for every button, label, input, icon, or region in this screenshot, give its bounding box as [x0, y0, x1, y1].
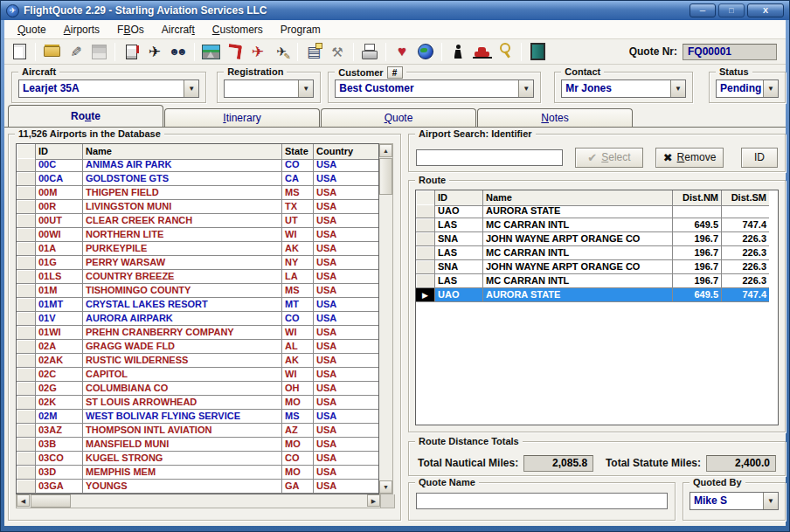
- menu-quote[interactable]: Quote: [10, 22, 54, 38]
- select-button[interactable]: ✔Select: [575, 148, 643, 168]
- scroll-down-icon[interactable]: ▼: [379, 480, 392, 494]
- airports-hscroll-thumb[interactable]: [31, 494, 71, 508]
- airport-row[interactable]: 03AZTHOMPSON INTL AVIATIONAZUSA: [17, 424, 378, 438]
- registration-combobox[interactable]: ▼: [224, 79, 314, 98]
- airport-row[interactable]: 02CCAPITOLWIUSA: [17, 368, 378, 382]
- id-button[interactable]: ID: [741, 148, 778, 168]
- tab-quote[interactable]: Quote: [321, 108, 476, 127]
- keys-button[interactable]: [494, 41, 516, 63]
- airports-scroll-thumb[interactable]: [379, 158, 392, 195]
- new-quote-button[interactable]: [8, 41, 31, 63]
- remove-button[interactable]: ✖Remove: [655, 148, 724, 168]
- airport-row[interactable]: 02AGRAGG WADE FLDALUSA: [17, 340, 378, 354]
- airport-row[interactable]: 01MTCRYSTAL LAKES RESORTMTUSA: [17, 298, 378, 312]
- route-row[interactable]: SNAJOHN WAYNE ARPT ORANGE CO196.7226.3: [416, 260, 778, 274]
- aircraft-red-button[interactable]: [246, 41, 269, 63]
- scroll-left-icon[interactable]: ◀: [17, 494, 30, 507]
- status-dropdown-icon[interactable]: ▼: [763, 80, 778, 97]
- airport-row[interactable]: 00UTCLEAR CREEK RANCHUTUSA: [17, 214, 378, 228]
- contact-dropdown-icon[interactable]: ▼: [670, 80, 685, 97]
- aircraft-service-button[interactable]: [143, 41, 166, 63]
- airports-vertical-scrollbar[interactable]: ▲ ▼: [379, 143, 393, 494]
- quote-form-button[interactable]: [302, 41, 325, 63]
- airport-row[interactable]: 01VAURORA AIRPARKCOUSA: [17, 312, 378, 326]
- route-row[interactable]: LASMC CARRAN INTL196.7226.3: [416, 274, 778, 288]
- customer-dropdown-icon[interactable]: ▼: [518, 80, 533, 97]
- route-row[interactable]: LASMC CARRAN INTL196.7226.3: [416, 246, 778, 260]
- registration-group: Registration ▼: [217, 72, 321, 103]
- aircraft-edit-button[interactable]: [270, 41, 293, 63]
- close-button[interactable]: X: [747, 3, 784, 17]
- airport-row[interactable]: 03DMEMPHIS MEMMOUSA: [17, 466, 378, 480]
- menu-aircraft[interactable]: Aircraft: [154, 22, 203, 38]
- airport-row[interactable]: 00RLIVINGSTON MUNITXUSA: [17, 200, 378, 214]
- menu-customers[interactable]: Customers: [204, 22, 271, 38]
- menu-program[interactable]: Program: [273, 22, 329, 38]
- settings-wrench-icon: [328, 42, 347, 61]
- maximize-button[interactable]: □: [718, 3, 745, 17]
- airport-row[interactable]: 01MTISHOMINGO COUNTYMSUSA: [17, 284, 378, 298]
- registration-dropdown-icon[interactable]: ▼: [298, 80, 313, 97]
- route-row[interactable]: SNAJOHN WAYNE ARPT ORANGE CO196.7226.3: [416, 232, 778, 246]
- scroll-up-icon[interactable]: ▲: [379, 144, 392, 157]
- save-quote-button[interactable]: [87, 41, 110, 63]
- rental-car-button[interactable]: [470, 41, 493, 63]
- airport-row[interactable]: 00CAGOLDSTONE GTSCAUSA: [17, 172, 378, 186]
- fuel-nozzle-button[interactable]: [223, 41, 246, 63]
- airport-row[interactable]: 00CANIMAS AIR PARKCOUSA: [17, 158, 378, 172]
- airport-row[interactable]: 03GAYOUNGSGAUSA: [17, 480, 378, 494]
- form-row: Aircraft Learjet 35A ▼ Registration ▼ Cu…: [4, 65, 786, 105]
- airport-row[interactable]: 02KST LOUIS ARROWHEADMOUSA: [17, 396, 378, 410]
- aircraft-combobox[interactable]: Learjet 35A ▼: [18, 79, 199, 98]
- scroll-right-icon[interactable]: ▶: [367, 494, 380, 507]
- airports-horizontal-scrollbar[interactable]: ◀ ▶: [16, 494, 395, 508]
- route-row[interactable]: LASMC CARRAN INTL649.5747.4: [416, 218, 778, 232]
- customer-combobox[interactable]: Best Customer ▼: [335, 79, 534, 98]
- erase-quote-button[interactable]: [64, 41, 87, 63]
- open-quote-button[interactable]: [40, 41, 63, 63]
- globe-button[interactable]: [414, 41, 437, 63]
- title-bar[interactable]: ✈ FlightQuote 2.29 - Starling Aviation S…: [1, 1, 789, 20]
- minimize-button[interactable]: ─: [690, 3, 716, 17]
- airport-search-input[interactable]: [416, 149, 563, 166]
- menu-fbos[interactable]: FBOs: [109, 22, 152, 38]
- tab-notes[interactable]: Notes: [477, 108, 633, 127]
- airport-row[interactable]: 01LSCOUNTRY BREEZELAUSA: [17, 270, 378, 284]
- airport-row[interactable]: 02GCOLUMBIANA COOHUSA: [17, 382, 378, 396]
- route-row[interactable]: ▶UAOAURORA STATE649.5747.4: [416, 288, 778, 302]
- quoted-by-dropdown-icon[interactable]: ▼: [763, 493, 778, 509]
- tab-route[interactable]: Route: [8, 105, 163, 127]
- airport-row[interactable]: 02AKRUSTIC WILDERNESSAKUSA: [17, 354, 378, 368]
- airport-search-group: Airport Search: Identifier ✔Select ✖Remo…: [408, 134, 786, 172]
- customer-number-button[interactable]: #: [387, 66, 403, 79]
- fbo-fuel-pump-button[interactable]: [120, 41, 142, 63]
- contact-combobox[interactable]: Mr Jones ▼: [561, 79, 686, 98]
- airport-row[interactable]: 00WINORTHERN LITEWIUSA: [17, 228, 378, 242]
- route-group-title: Route: [415, 175, 449, 186]
- quoted-by-group: Quoted By Mike S ▼: [683, 482, 786, 521]
- airport-row[interactable]: 00MTHIGPEN FIELDMSUSA: [17, 186, 378, 200]
- us-flag-button[interactable]: [391, 41, 413, 63]
- menu-airports[interactable]: Airports: [56, 22, 107, 38]
- airport-row[interactable]: 03BMANSFIELD MUNIMOUSA: [17, 438, 378, 452]
- tab-itinerary[interactable]: Itinerary: [164, 108, 320, 127]
- route-map-button[interactable]: [199, 41, 222, 63]
- quote-nr-field: FQ00001: [683, 44, 777, 60]
- airport-search-title: Airport Search: Identifier: [415, 128, 536, 140]
- airport-row[interactable]: 01GPERRY WARSAWNYUSA: [17, 256, 378, 270]
- pilot-button[interactable]: [447, 41, 469, 63]
- exit-button[interactable]: [526, 41, 549, 63]
- contact-value: Mr Jones: [562, 80, 670, 97]
- airport-row[interactable]: 01WIPREHN CRANBERRY COMPANYWIUSA: [17, 326, 378, 340]
- airport-row[interactable]: 01APURKEYPILEAKUSA: [17, 242, 378, 256]
- status-combobox[interactable]: Pending ▼: [716, 79, 779, 98]
- print-quote-button[interactable]: [358, 41, 381, 63]
- airport-row[interactable]: 03COKUGEL STRONGCOUSA: [17, 452, 378, 466]
- quote-name-input[interactable]: [416, 493, 668, 509]
- quoted-by-combobox[interactable]: Mike S ▼: [690, 492, 779, 510]
- route-row[interactable]: UAOAURORA STATE: [416, 204, 778, 218]
- airport-row[interactable]: 02MWEST BOLIVAR FLYING SERVICEMSUSA: [17, 410, 378, 424]
- aircraft-dropdown-icon[interactable]: ▼: [184, 80, 198, 97]
- customers-button[interactable]: [167, 41, 190, 63]
- settings-wrench-button[interactable]: [326, 41, 349, 63]
